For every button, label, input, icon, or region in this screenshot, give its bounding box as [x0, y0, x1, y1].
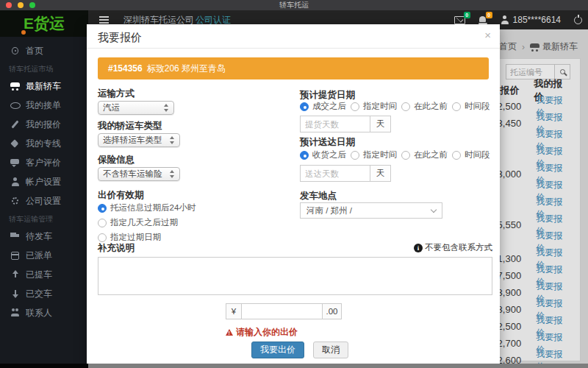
menu-icon[interactable] — [97, 15, 110, 25]
company-cert-link[interactable]: 公司认证 — [196, 15, 231, 25]
orders-icon — [10, 101, 20, 110]
pickup-icon — [10, 270, 20, 279]
sidebar-item-latest-cars[interactable]: 最新轿车 — [0, 77, 88, 96]
note-textarea[interactable] — [98, 257, 492, 295]
transport-select[interactable]: 汽运 — [98, 101, 174, 115]
radio-option[interactable]: 指定过期日期 — [98, 232, 196, 243]
insurance-label: 保险信息 — [98, 154, 135, 166]
app-logo[interactable]: E货运 — [0, 10, 88, 37]
price-input[interactable] — [242, 303, 323, 319]
quote-link[interactable]: 我要报价 — [536, 196, 570, 221]
insurance-select[interactable]: 不含轿车运输险 — [98, 167, 180, 181]
quote-link[interactable]: 我要报价 — [536, 331, 570, 356]
delivery-days-input[interactable] — [300, 165, 370, 182]
traffic-light-close-icon[interactable] — [6, 2, 12, 8]
radio-option[interactable]: 收货之后 — [300, 149, 346, 160]
sidebar-item-home[interactable]: 首页 — [0, 41, 88, 60]
sidebar-item-label: 待发车 — [26, 230, 52, 243]
logout-power-icon[interactable] — [574, 16, 582, 24]
mail-badge: 0 — [464, 12, 470, 18]
validity-label: 出价有效期 — [98, 189, 144, 202]
radio-option[interactable]: 时间段 — [452, 101, 490, 112]
currency-prefix: ¥ — [226, 303, 242, 319]
pickup-days-input[interactable] — [300, 116, 370, 132]
quote-link[interactable]: 我要报价 — [536, 263, 570, 289]
quote-link[interactable]: 我要报价 — [536, 280, 570, 305]
delivery-days-group: 天 — [300, 165, 391, 182]
quote-link[interactable]: 我要报价 — [536, 297, 570, 322]
close-icon[interactable]: × — [484, 29, 491, 40]
quote-link[interactable]: 我要报价 — [536, 111, 570, 136]
sidebar-item-customer-reviews[interactable]: 客户评价 — [0, 153, 88, 172]
submit-bid-button[interactable]: 我要出价 — [251, 342, 304, 358]
radio-label: 成交之后 — [312, 101, 346, 112]
bell-badge: 0 — [486, 12, 492, 18]
radio-option[interactable]: 指定几天之后过期 — [98, 217, 196, 228]
sidebar-item-company-settings[interactable]: 公司设置 — [0, 191, 88, 210]
search-button[interactable] — [554, 64, 570, 79]
quote-link[interactable]: 我要报价 — [536, 230, 570, 255]
cancel-button[interactable]: 取消 — [313, 342, 348, 358]
radio-unchecked-icon — [401, 102, 410, 111]
note-hint-text: 不要包含联系方式 — [425, 242, 492, 253]
mail-button[interactable]: 0 — [454, 16, 465, 24]
origin-cascader[interactable]: 河南 / 郑州 / — [300, 202, 442, 219]
radio-option[interactable]: 成交之后 — [300, 101, 346, 112]
quote-link[interactable]: 我要报价 — [536, 179, 570, 204]
sidebar-item-pending-dispatch[interactable]: 待发车 — [0, 227, 88, 246]
breadcrumb-current: 最新轿车 — [530, 40, 578, 53]
select-arrows-icon — [170, 136, 175, 144]
breadcrumb-separator: › — [522, 42, 525, 52]
titlebar: 轿车托运 — [0, 0, 588, 10]
deliver-icon — [10, 289, 20, 298]
note-hint: 不要包含联系方式 — [414, 242, 492, 253]
radio-option[interactable]: 托运信息过期后24小时 — [98, 202, 196, 213]
modal-actions: 我要出价 取消 — [251, 342, 348, 358]
sidebar-item-label: 我的报价 — [26, 118, 61, 131]
traffic-light-zoom-icon[interactable] — [29, 2, 35, 8]
calendar-icon — [10, 251, 20, 260]
truck-type-label: 我的轿运车类型 — [98, 120, 162, 132]
quote-link[interactable]: 我要报价 — [536, 314, 570, 339]
car-icon — [530, 43, 539, 52]
pickup-days-suffix: 天 — [370, 116, 391, 132]
account-menu[interactable]: 185****6614 — [501, 15, 561, 25]
quote-link[interactable]: 我要报价 — [536, 247, 570, 272]
radio-unchecked-icon — [351, 102, 359, 111]
quote-link[interactable]: 我要报价 — [536, 145, 570, 170]
sidebar-item-label: 我的专线 — [26, 138, 61, 150]
pickup-days-group: 天 — [300, 116, 391, 132]
quote-link[interactable]: 我要报价 — [536, 162, 570, 187]
sidebar-item-my-quotes[interactable]: 我的报价 — [0, 115, 88, 134]
sidebar-item-delivered[interactable]: 已交车 — [0, 284, 88, 303]
sidebar-section-market-section: 轿车托运市场 — [0, 60, 88, 77]
shipment-banner: #154356标致206 郑州至青岛 — [98, 57, 489, 79]
truck-type-select[interactable]: 选择轿运车类型 — [98, 133, 180, 147]
origin-value: 河南 / 郑州 / — [306, 205, 431, 216]
sidebar-item-my-orders[interactable]: 我的接单 — [0, 96, 88, 115]
radio-unchecked-icon — [452, 102, 461, 111]
radio-option[interactable]: 时间段 — [452, 149, 490, 160]
sidebar-item-label: 已派单 — [26, 250, 52, 262]
sidebar-item-account-settings[interactable]: 帐户设置 — [0, 172, 88, 191]
radio-option[interactable]: 指定时间 — [351, 149, 397, 160]
app-window: 轿车托运 E货运 首页轿车托运市场最新轿车我的接单我的报价我的专线客户评价帐户设… — [0, 0, 588, 368]
quote-link[interactable]: 我要报价 — [536, 94, 570, 119]
radio-option[interactable]: 在此之前 — [401, 101, 448, 112]
sidebar-item-picked-up[interactable]: 已提车 — [0, 265, 88, 284]
logo-text: E货运 — [24, 13, 65, 34]
sidebar-item-label: 联系人 — [26, 307, 52, 319]
sidebar-item-my-routes[interactable]: 我的专线 — [0, 134, 88, 153]
radio-unchecked-icon — [401, 151, 410, 160]
radio-option[interactable]: 指定时间 — [351, 101, 397, 112]
radio-option[interactable]: 在此之前 — [401, 149, 448, 160]
decimal-suffix: .00 — [323, 303, 342, 319]
traffic-light-minimize-icon[interactable] — [18, 2, 24, 8]
search-input[interactable] — [506, 64, 554, 79]
sidebar-item-contacts[interactable]: 联系人 — [0, 303, 88, 322]
quote-link[interactable]: 我要报价 — [536, 128, 570, 153]
sidebar-item-dispatched[interactable]: 已派单 — [0, 246, 88, 265]
quote-link[interactable]: 我要报价 — [536, 213, 570, 238]
window-bottom-edge-right — [88, 364, 588, 368]
notifications-button[interactable]: 0 — [478, 16, 487, 24]
